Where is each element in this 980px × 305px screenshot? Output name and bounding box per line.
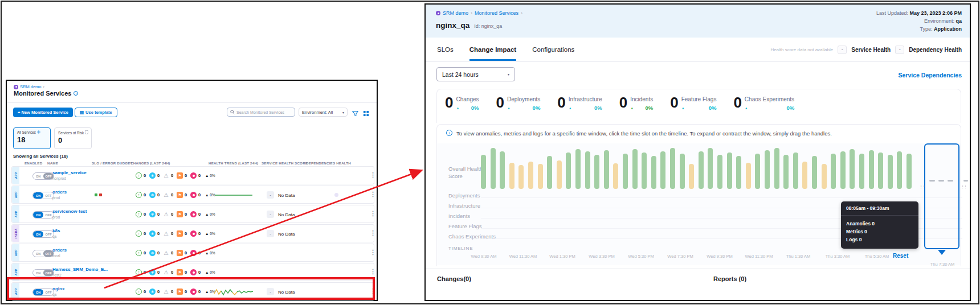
summary-card[interactable]: Services at Risk0	[54, 127, 92, 149]
timeline-bar[interactable]	[594, 155, 599, 189]
search-input[interactable]: Search Monitored Services	[227, 108, 295, 117]
timeline-bar[interactable]	[717, 155, 722, 189]
timeline-bar[interactable]	[575, 149, 581, 189]
new-monitored-service-button[interactable]: + New Monitored Service	[13, 108, 73, 117]
use-template-button[interactable]: ▤ Use template	[75, 108, 117, 117]
service-name-link[interactable]: orders	[52, 189, 67, 195]
service-enabled-toggle[interactable]: ONOFF	[32, 250, 54, 257]
timeline-bar[interactable]	[660, 151, 665, 189]
reset-link[interactable]: Reset	[893, 253, 908, 259]
service-name-link[interactable]: sample_service	[52, 170, 87, 175]
info-icon[interactable]: i	[74, 91, 78, 96]
selection-left-handle[interactable]: ⋮⋮	[919, 184, 925, 188]
timeline-bar[interactable]	[518, 165, 524, 189]
timeline-bar[interactable]	[812, 156, 817, 189]
timeline-bar[interactable]	[906, 154, 912, 189]
service-row[interactable]: APPONOFFservicenow-testprod↑0❄0⚠0⚑00▲ 0%…	[11, 205, 374, 223]
service-enabled-toggle[interactable]: ONOFF	[32, 211, 54, 219]
row-menu-button[interactable]: ⋮	[370, 229, 376, 237]
timeline-bar[interactable]	[680, 154, 685, 189]
grid-view-icon[interactable]	[363, 109, 369, 119]
timeline-bar[interactable]	[557, 160, 562, 189]
timeline-bar[interactable]	[869, 150, 874, 189]
timeline-bar[interactable]	[528, 162, 533, 189]
timeline-bar[interactable]	[500, 151, 505, 189]
timeline-bar[interactable]	[509, 163, 514, 189]
time-range-select[interactable]: Last 24 hours ▾	[436, 67, 515, 81]
timeline-bar[interactable]	[736, 156, 741, 189]
service-enabled-toggle[interactable]: ONOFF	[32, 269, 54, 277]
timeline-bar[interactable]	[897, 151, 902, 189]
timeline-bar[interactable]	[651, 156, 656, 189]
change-count: 0	[157, 231, 160, 236]
timeline-bar[interactable]	[859, 154, 864, 189]
timeline-bar[interactable]	[822, 164, 827, 189]
timeline-bar[interactable]	[699, 151, 704, 189]
timeline-bar[interactable]	[632, 149, 638, 189]
timeline-bar[interactable]	[765, 150, 770, 189]
tab-slos[interactable]: SLOs	[437, 38, 454, 61]
timeline-bar[interactable]	[491, 148, 496, 189]
stat-value: 0	[496, 94, 504, 111]
tab-configurations[interactable]: Configurations	[532, 38, 574, 61]
timeline-bar[interactable]	[878, 152, 883, 189]
timeline-bar[interactable]	[604, 150, 609, 189]
service-row[interactable]: APPONOFForderslocal↑0❄0⚠0⚑00▲ 0%⋮	[11, 244, 374, 262]
changes-bottom-tab[interactable]: Changes(0)	[437, 275, 471, 282]
service-row[interactable]: INFRAONOFFk8sqa↑0❄0⚠0⚑00▲ 0%-No Data⋮	[11, 224, 374, 242]
health-score-label: Service Health	[851, 47, 891, 53]
service-enabled-toggle[interactable]: ONOFF	[32, 230, 54, 238]
reports-bottom-tab[interactable]: Reports (0)	[713, 275, 746, 282]
service-name-link[interactable]: servicenow-test	[52, 209, 87, 214]
timeline-bar[interactable]	[774, 148, 779, 189]
timeline-bar[interactable]	[566, 152, 571, 189]
timeline-bar[interactable]	[783, 155, 789, 189]
timeline-bar[interactable]	[585, 151, 590, 189]
timeline-bar[interactable]	[623, 154, 628, 189]
breadcrumb-project[interactable]: SRM demo	[20, 84, 42, 89]
row-menu-button[interactable]: ⋮	[370, 268, 376, 275]
environment-select[interactable]: Environment: All ▾	[299, 108, 348, 117]
service-enabled-toggle[interactable]: ONOFF	[32, 172, 54, 180]
timeline-bar[interactable]	[850, 149, 855, 189]
service-name-link[interactable]: orders	[52, 248, 67, 253]
breadcrumb-project[interactable]: SRM demo	[443, 10, 468, 16]
row-menu-button[interactable]: ⋮	[370, 191, 376, 198]
timeline-bar[interactable]	[831, 154, 836, 189]
service-dependencies-link[interactable]: Service Dependencies	[899, 72, 962, 79]
chart-row-label: Feature Flags	[448, 223, 482, 229]
service-name-link[interactable]: Harness_SRM_Demo_E...	[52, 267, 108, 272]
change-count: 0	[171, 192, 173, 197]
tab-change-impact[interactable]: Change Impact	[469, 38, 516, 61]
timeline-bar[interactable]	[547, 156, 552, 189]
breadcrumb-monitored-services[interactable]: Monitored Services	[475, 10, 518, 16]
selection-right-handle[interactable]: ⋮⋮	[961, 184, 966, 188]
service-enabled-toggle[interactable]: ONOFF	[32, 192, 54, 199]
service-name-link[interactable]: k8s	[52, 228, 60, 233]
summary-card[interactable]: All Services18	[13, 127, 51, 149]
timeline-bar[interactable]	[642, 152, 647, 189]
row-menu-button[interactable]: ⋮	[370, 249, 376, 256]
timeline-bar[interactable]	[793, 152, 798, 189]
health-trend-cell	[214, 191, 254, 202]
timeline-bar[interactable]	[840, 151, 846, 189]
service-row[interactable]: APPONOFFsample_servicenonprod↑0❄0⚠0⚑00▲ …	[11, 166, 374, 184]
timeline-bar[interactable]	[727, 152, 732, 189]
feature-flags-change-cell: ⚑0	[177, 230, 190, 237]
timeline-bar[interactable]	[708, 148, 713, 189]
timeline-bar[interactable]	[613, 163, 618, 189]
timeline-bar[interactable]	[802, 162, 807, 189]
filter-icon[interactable]	[352, 109, 358, 119]
timeline-bar[interactable]	[755, 154, 760, 189]
row-menu-button[interactable]: ⋮	[370, 210, 376, 217]
service-row[interactable]: APPONOFFordersprod↑0❄0⚠0⚑00▲ 0%-No Data⋮	[11, 186, 374, 204]
timeline-bar[interactable]	[481, 155, 486, 189]
timeline-bar[interactable]	[670, 148, 675, 189]
timeline-selection-window[interactable]	[924, 143, 959, 249]
timeline-bar[interactable]	[538, 164, 543, 189]
health-score-badge: -	[838, 46, 847, 54]
timeline-bar[interactable]	[689, 164, 694, 189]
timeline-bar[interactable]	[888, 155, 893, 189]
timeline-bar[interactable]	[746, 163, 751, 189]
row-menu-button[interactable]: ⋮	[370, 171, 376, 179]
